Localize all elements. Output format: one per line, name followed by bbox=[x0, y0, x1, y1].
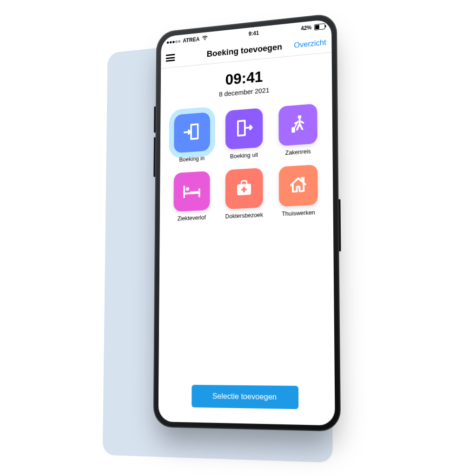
tile-ziekteverlof-box bbox=[173, 171, 210, 212]
page-title: Boeking toevoegen bbox=[207, 42, 282, 59]
phone-frame: ATREA 9:41 42% bbox=[153, 13, 341, 432]
door-out-icon bbox=[234, 117, 255, 142]
time-block: 09:41 8 december 2021 bbox=[171, 63, 321, 102]
tile-zakenreis[interactable]: Zakenreis bbox=[275, 103, 322, 157]
signal-strength-icon bbox=[167, 40, 180, 44]
bed-icon bbox=[182, 179, 202, 204]
tile-doktersbezoek-box bbox=[225, 168, 263, 209]
medkit-icon bbox=[233, 176, 254, 201]
svg-rect-13 bbox=[241, 189, 246, 191]
door-in-icon bbox=[182, 120, 202, 145]
tile-thuiswerken-box bbox=[279, 165, 318, 207]
carrier-label: ATREA bbox=[183, 36, 199, 44]
content-area: 09:41 8 december 2021 bbox=[159, 53, 335, 426]
phone-mockup: ATREA 9:41 42% bbox=[153, 13, 341, 432]
tile-label: Ziekteverlof bbox=[178, 214, 206, 222]
svg-rect-1 bbox=[192, 126, 197, 139]
tile-boeking-uit[interactable]: Boeking uit bbox=[222, 108, 267, 160]
home-icon bbox=[287, 173, 309, 198]
phone-screen: ATREA 9:41 42% bbox=[159, 19, 335, 426]
tile-boeking-in-box bbox=[174, 112, 210, 153]
add-selection-button[interactable]: Selectie toevoegen bbox=[192, 385, 298, 409]
svg-rect-5 bbox=[291, 127, 295, 132]
tile-ziekteverlof[interactable]: Ziekteverlof bbox=[170, 171, 214, 223]
tile-doktersbezoek[interactable]: Doktersbezoek bbox=[221, 168, 267, 220]
tile-zakenreis-box bbox=[278, 104, 317, 146]
cta-area: Selectie toevoegen bbox=[169, 384, 324, 413]
wifi-icon bbox=[202, 35, 208, 42]
tile-thuiswerken[interactable]: Thuiswerken bbox=[275, 165, 322, 218]
tile-label: Boeking uit bbox=[230, 151, 258, 160]
traveler-icon bbox=[287, 112, 309, 138]
battery-percent: 42% bbox=[301, 24, 311, 32]
tile-label: Doktersbezoek bbox=[225, 212, 263, 220]
tile-label: Zakenreis bbox=[285, 148, 311, 157]
tile-grid: Boeking in bbox=[170, 103, 322, 222]
statusbar-time: 9:41 bbox=[249, 30, 259, 37]
svg-rect-3 bbox=[239, 122, 244, 135]
menu-icon[interactable] bbox=[166, 54, 175, 62]
battery-icon bbox=[314, 23, 325, 30]
overview-link[interactable]: Overzicht bbox=[294, 38, 326, 50]
tile-label: Boeking in bbox=[179, 155, 205, 163]
svg-point-10 bbox=[186, 187, 189, 191]
tile-boeking-in[interactable]: Boeking in bbox=[170, 112, 214, 164]
tile-boeking-uit-box bbox=[225, 108, 263, 150]
tile-label: Thuiswerken bbox=[282, 209, 315, 217]
